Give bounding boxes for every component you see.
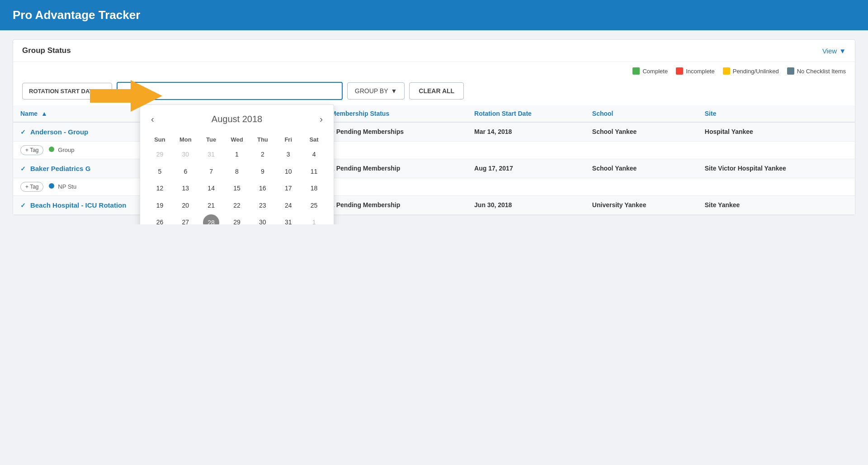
- calendar-day[interactable]: 13: [173, 180, 198, 197]
- calendar-day[interactable]: 18: [302, 180, 326, 197]
- calendar-day[interactable]: 25: [302, 198, 326, 214]
- expand-icon[interactable]: ✓: [20, 128, 26, 136]
- panel-title: Group Status: [22, 46, 71, 55]
- group-status-panel: Group Status View ▼ Complete Incomplete …: [13, 39, 855, 215]
- tag-button[interactable]: + Tag: [20, 145, 43, 155]
- group-by-button[interactable]: GROUP BY ▼: [347, 82, 405, 100]
- calendar-day[interactable]: 31: [199, 147, 224, 163]
- calendar-day-header: Wed: [225, 133, 250, 146]
- legend-no-checklist: No Checklist Items: [787, 67, 846, 75]
- calendar-day[interactable]: 2: [250, 147, 275, 163]
- date-input[interactable]: [117, 82, 343, 100]
- calendar-day-header: Fri: [276, 133, 301, 146]
- calendar-day[interactable]: 30: [250, 214, 275, 224]
- calendar-next-button[interactable]: ›: [316, 112, 326, 126]
- calendar-day[interactable]: 4: [302, 147, 326, 163]
- complete-swatch: [632, 67, 640, 75]
- calendar-day[interactable]: 22: [225, 198, 250, 214]
- calendar-day[interactable]: 29: [147, 147, 172, 163]
- calendar-day-header: Sat: [302, 133, 326, 146]
- pending-swatch: [723, 67, 730, 75]
- calendar-day[interactable]: 14: [199, 180, 224, 197]
- calendar-day[interactable]: 28: [203, 214, 219, 224]
- rotation-date-button[interactable]: ROTATION START DATE ▼: [22, 83, 112, 100]
- calendar-day[interactable]: 17: [276, 180, 301, 197]
- calendar-day[interactable]: 27: [173, 214, 198, 224]
- calendar-prev-button[interactable]: ‹: [147, 112, 158, 126]
- incomplete-swatch: [676, 67, 683, 75]
- calendar-month-title: August 2018: [212, 114, 262, 124]
- view-button[interactable]: View ▼: [822, 47, 846, 55]
- status-dot: [49, 183, 54, 189]
- sort-asc-icon: ▲: [41, 110, 47, 117]
- calendar-day[interactable]: 11: [302, 164, 326, 180]
- calendar-day[interactable]: 9: [250, 164, 275, 180]
- calendar-day-header: Thu: [250, 133, 275, 146]
- calendar-day[interactable]: 23: [250, 198, 275, 214]
- chevron-down-icon: ▼: [839, 47, 846, 55]
- clear-all-button[interactable]: CLEAR ALL: [409, 82, 464, 100]
- status-dot: [49, 147, 54, 152]
- rotation-date-cell: Jun 30, 2018: [467, 196, 585, 215]
- main-content: Group Status View ▼ Complete Incomplete …: [0, 30, 868, 224]
- app-header: Pro Advantage Tracker: [0, 0, 868, 30]
- calendar-day[interactable]: 12: [147, 180, 172, 197]
- toolbar: ROTATION START DATE ▼ GROUP BY ▼ CLEAR A…: [13, 78, 855, 105]
- calendar-day[interactable]: 21: [199, 198, 224, 214]
- calendar-header: ‹ August 2018 ›: [147, 112, 326, 126]
- calendar-day[interactable]: 1: [225, 147, 250, 163]
- calendar-day[interactable]: 30: [173, 147, 198, 163]
- calendar-day[interactable]: 29: [225, 214, 250, 224]
- chevron-down-icon: ▼: [99, 88, 105, 95]
- calendar-day[interactable]: 10: [276, 164, 301, 180]
- calendar-popup: ‹ August 2018 › SunMonTueWedThuFriSat293…: [140, 104, 334, 224]
- calendar-day[interactable]: 26: [147, 214, 172, 224]
- calendar-day[interactable]: 20: [173, 198, 198, 214]
- calendar-day[interactable]: 5: [147, 164, 172, 180]
- legend-bar: Complete Incomplete Pending/Unlinked No …: [13, 62, 855, 78]
- calendar-day[interactable]: 8: [225, 164, 250, 180]
- chevron-down-icon: ▼: [391, 87, 397, 95]
- site-cell: Hospital Yankee: [698, 122, 855, 142]
- col-rotation-date[interactable]: Rotation Start Date: [467, 105, 585, 122]
- school-cell: School Yankee: [585, 159, 698, 178]
- calendar-day[interactable]: 6: [173, 164, 198, 180]
- calendar-day[interactable]: 16: [250, 180, 275, 197]
- calendar-grid: SunMonTueWedThuFriSat2930311234567891011…: [147, 133, 326, 224]
- expand-icon[interactable]: ✓: [20, 165, 26, 172]
- col-site[interactable]: Site: [698, 105, 855, 122]
- col-school[interactable]: School: [585, 105, 698, 122]
- legend-incomplete: Incomplete: [676, 67, 715, 75]
- calendar-day-header: Mon: [173, 133, 198, 146]
- no-checklist-swatch: [787, 67, 794, 75]
- tag-button[interactable]: + Tag: [20, 182, 43, 192]
- legend-pending: Pending/Unlinked: [723, 67, 779, 75]
- rotation-date-cell: Mar 14, 2018: [467, 122, 585, 142]
- expand-icon[interactable]: ✓: [20, 202, 26, 209]
- calendar-day[interactable]: 15: [225, 180, 250, 197]
- calendar-day-header: Sun: [147, 133, 172, 146]
- site-cell: Site Victor Hospital Yankee: [698, 159, 855, 178]
- calendar-day[interactable]: 19: [147, 198, 172, 214]
- membership-cell: 1 Pending Membership: [324, 196, 467, 215]
- calendar-day[interactable]: 31: [276, 214, 301, 224]
- app-title: Pro Advantage Tracker: [13, 8, 855, 22]
- rotation-date-cell: Aug 17, 2017: [467, 159, 585, 178]
- calendar-day[interactable]: 1: [302, 214, 326, 224]
- calendar-day[interactable]: 24: [276, 198, 301, 214]
- calendar-day[interactable]: 7: [199, 164, 224, 180]
- col-membership[interactable]: Membership Status: [324, 105, 467, 122]
- site-cell: Site Yankee: [698, 196, 855, 215]
- membership-cell: 1 Pending Membership: [324, 159, 467, 178]
- calendar-day[interactable]: 3: [276, 147, 301, 163]
- membership-cell: 0 Pending Memberships: [324, 122, 467, 142]
- panel-header: Group Status View ▼: [13, 40, 855, 62]
- legend-complete: Complete: [632, 67, 668, 75]
- school-cell: School Yankee: [585, 122, 698, 142]
- calendar-day-header: Tue: [199, 133, 224, 146]
- school-cell: University Yankee: [585, 196, 698, 215]
